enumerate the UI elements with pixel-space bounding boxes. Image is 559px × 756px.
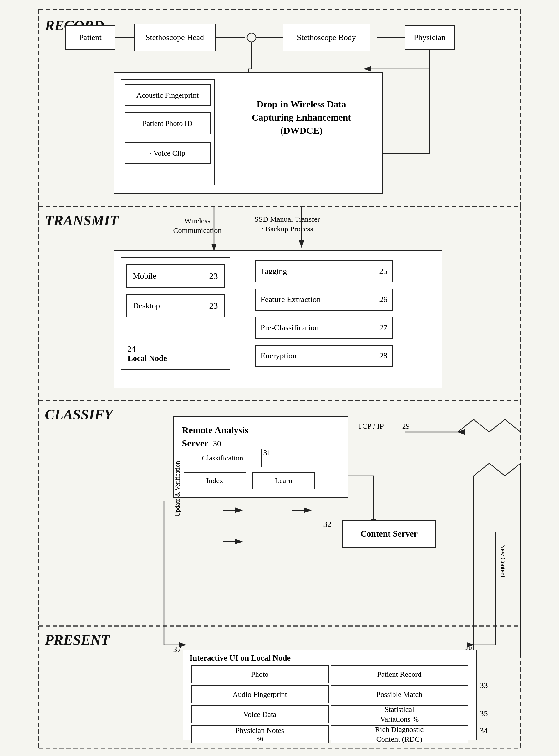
- rich-diagnostic-box: Rich Diagnostic Content (RDC): [331, 725, 468, 743]
- patient-box: Patient: [65, 25, 115, 50]
- svg-line-50: [505, 463, 520, 476]
- num-35: 35: [480, 709, 488, 718]
- index-box: Index: [184, 472, 246, 489]
- dwdce-left-inner: Acoustic Fingerprint Patient Photo ID · …: [121, 79, 215, 185]
- statistical-variations-box: Statistical Variations %: [331, 705, 468, 723]
- content-server-num: 32: [323, 520, 332, 529]
- present-num-37: 37: [173, 645, 181, 654]
- voice-data-box: Voice Data: [191, 705, 329, 723]
- content-server-box: Content Server: [342, 520, 436, 548]
- acoustic-fingerprint-box: Acoustic Fingerprint: [125, 84, 211, 106]
- classification-num: 31: [263, 449, 271, 457]
- remote-analysis-server-box: Remote Analysis Server 30 Classification…: [173, 416, 349, 498]
- local-node-num: 24 Local Node: [128, 344, 167, 363]
- stethoscope-body-box: Stethoscope Body: [283, 24, 371, 51]
- section-label-transmit: TRANSMIT: [45, 212, 118, 229]
- tagging-box: Tagging 25: [255, 260, 393, 282]
- wireless-comm-label: Wireless Communication: [173, 216, 222, 235]
- pre-classification-box: Pre-Classification 27: [255, 317, 393, 339]
- local-node-outer: Mobile 23 Desktop 23 24 Local Node Taggi…: [114, 251, 442, 388]
- dwdce-outer-box: Acoustic Fingerprint Patient Photo ID · …: [114, 72, 383, 194]
- svg-line-39: [474, 419, 489, 432]
- interactive-ui-title: Interactive UI on Local Node: [188, 653, 471, 663]
- possible-match-box: Possible Match: [331, 685, 468, 704]
- local-node-left-inner: Mobile 23 Desktop 23 24 Local Node: [121, 257, 230, 370]
- interactive-ui-outer-box: Interactive UI on Local Node Photo Patie…: [183, 650, 477, 740]
- svg-line-38: [458, 419, 474, 432]
- ssd-manual-label: SSD Manual Transfer / Backup Process: [255, 214, 320, 234]
- classification-box: Classification: [184, 449, 262, 467]
- section-label-classify: CLASSIFY: [45, 406, 113, 423]
- num-33: 33: [480, 681, 488, 690]
- patient-photo-id-box: Patient Photo ID: [125, 112, 211, 134]
- stethoscope-head-box: Stethoscope Head: [134, 24, 216, 51]
- encryption-box: Encryption 28: [255, 345, 393, 367]
- num-34: 34: [480, 726, 488, 736]
- svg-line-48: [474, 463, 489, 476]
- physician-box: Physician: [405, 25, 455, 50]
- new-content-label: New Content: [499, 544, 506, 577]
- svg-point-21: [247, 33, 256, 42]
- desktop-box: Desktop 23: [126, 294, 225, 318]
- dwdce-title: Drop-in Wireless DataCapturing Enhanceme…: [227, 98, 376, 137]
- svg-line-49: [489, 463, 505, 476]
- svg-line-40: [489, 419, 505, 432]
- photo-box: Photo: [191, 665, 329, 683]
- patient-record-box: Patient Record: [331, 665, 468, 683]
- voice-clip-box: · Voice Clip: [125, 142, 211, 164]
- section-label-present: PRESENT: [45, 632, 110, 648]
- mobile-box: Mobile 23: [126, 264, 225, 288]
- update-verification-label: Update & Verification: [174, 461, 181, 517]
- audio-fingerprint-box: Audio Fingerprint: [191, 685, 329, 704]
- physician-notes-box: Physician Notes 36: [191, 725, 329, 743]
- feature-extraction-box: Feature Extraction 26: [255, 289, 393, 310]
- svg-line-41: [505, 419, 520, 432]
- tcp-ip-label: TCP / IP 29: [358, 422, 410, 430]
- learn-box: Learn: [252, 472, 315, 489]
